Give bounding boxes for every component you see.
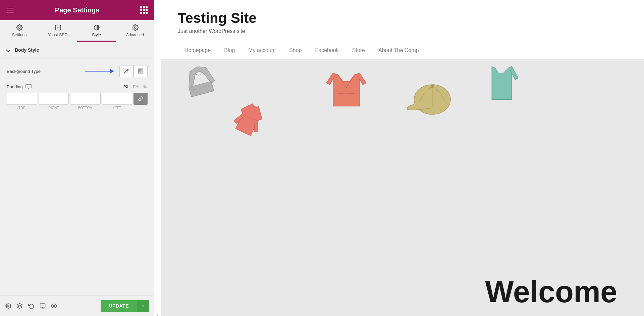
- padding-label: Padding: [7, 84, 23, 89]
- tab-settings[interactable]: Settings: [0, 20, 39, 42]
- svg-rect-1: [55, 25, 60, 30]
- monitor-bottom-icon: [40, 303, 46, 309]
- paintbrush-icon: [124, 69, 129, 74]
- nav-blog[interactable]: Blog: [217, 41, 241, 59]
- label-spacer: [133, 106, 148, 110]
- svg-point-5: [134, 27, 136, 29]
- eye-icon: [51, 303, 57, 309]
- hamburger-menu-icon[interactable]: [7, 8, 14, 12]
- main-content-area: Welcome: [161, 60, 644, 316]
- padding-row: Padding PX EM %: [7, 84, 148, 110]
- update-button-group: UPDATE: [101, 300, 149, 312]
- collapse-arrow-icon[interactable]: [6, 48, 11, 52]
- history-icon: [28, 303, 34, 309]
- settings-bottom-icon[interactable]: [5, 303, 11, 309]
- background-type-row: Background Type: [7, 65, 148, 77]
- background-type-buttons: [119, 65, 148, 77]
- padding-label-group: Padding: [7, 84, 32, 89]
- blue-arrow-annotation: [85, 69, 114, 74]
- section-header: Body Style: [0, 42, 154, 58]
- arrow-shaft: [85, 71, 110, 72]
- chevron-up-icon: [141, 304, 145, 308]
- padding-sub-labels: TOP RIGHT BOTTOM LEFT: [7, 106, 148, 110]
- update-button[interactable]: UPDATE: [101, 300, 137, 312]
- panel-title: Page Settings: [55, 6, 99, 14]
- label-bottom: BOTTOM: [70, 106, 101, 110]
- tab-style[interactable]: Style: [77, 20, 116, 42]
- history-bottom-icon[interactable]: [28, 303, 34, 309]
- padding-top-wrap: [7, 93, 37, 105]
- gradient-preview: [138, 69, 143, 74]
- nav-bar: Homepage Blog My account Shop Facebook S…: [161, 41, 644, 60]
- label-top: TOP: [7, 106, 37, 110]
- chevron-left-icon: [156, 313, 159, 316]
- nav-myaccount[interactable]: My account: [241, 41, 282, 59]
- nav-about[interactable]: About The Comp: [372, 41, 426, 59]
- layers-icon: [17, 303, 23, 309]
- svg-point-7: [8, 305, 9, 307]
- nav-shop[interactable]: Shop: [282, 41, 308, 59]
- unit-percent[interactable]: %: [142, 84, 148, 89]
- gear-icon: [16, 24, 23, 31]
- panel-bottom-bar: UPDATE: [0, 296, 154, 316]
- padding-inputs: [7, 93, 148, 105]
- svg-rect-6: [25, 84, 31, 88]
- arrow-head: [110, 69, 114, 74]
- update-dropdown-button[interactable]: [137, 300, 149, 312]
- panel-body: Background Type: [0, 58, 154, 119]
- padding-bottom-wrap: [70, 93, 101, 105]
- tab-settings-label: Settings: [12, 33, 26, 37]
- panel-tabs: Settings Yoast SEO Style Advance: [0, 20, 154, 42]
- panel-header: Page Settings: [0, 0, 154, 20]
- site-subtitle: Just another WordPress site: [178, 28, 627, 34]
- padding-right-wrap: [39, 93, 69, 105]
- panel-content: Body Style Background Type: [0, 42, 154, 296]
- link-padding-btn[interactable]: [133, 93, 148, 105]
- tab-yoast[interactable]: Yoast SEO: [39, 20, 77, 42]
- link-icon: [138, 96, 143, 101]
- nav-facebook[interactable]: Facebook: [309, 41, 345, 59]
- padding-header: Padding PX EM %: [7, 84, 148, 89]
- welcome-text: Welcome: [485, 275, 618, 309]
- tab-yoast-label: Yoast SEO: [48, 33, 67, 37]
- bg-type-solid-btn[interactable]: [119, 65, 133, 77]
- unit-px[interactable]: PX: [122, 84, 129, 89]
- svg-rect-9: [40, 304, 45, 307]
- padding-left-input[interactable]: [102, 93, 132, 105]
- padding-bottom-input[interactable]: [70, 93, 101, 105]
- left-panel: Page Settings Settings Yoast SEO: [0, 0, 154, 316]
- svg-marker-8: [17, 304, 22, 306]
- style-icon: [93, 24, 100, 31]
- padding-left-wrap: [102, 93, 132, 105]
- gear-bottom-icon: [5, 303, 11, 309]
- layers-bottom-icon[interactable]: [17, 303, 23, 309]
- right-content: Testing Site Just another WordPress site…: [161, 0, 644, 316]
- responsive-bottom-icon[interactable]: [40, 303, 46, 309]
- clothing-illustrations: [161, 60, 644, 225]
- nav-homepage[interactable]: Homepage: [178, 41, 217, 59]
- svg-point-12: [53, 305, 55, 307]
- collapse-handle[interactable]: [154, 308, 161, 316]
- tab-style-label: Style: [92, 33, 101, 37]
- bg-type-gradient-btn[interactable]: [133, 65, 148, 77]
- site-title: Testing Site: [178, 10, 627, 26]
- tab-advanced-label: Advanced: [126, 33, 144, 37]
- padding-top-input[interactable]: [7, 93, 37, 105]
- yoast-icon: [55, 24, 61, 31]
- site-header: Testing Site Just another WordPress site: [161, 0, 644, 41]
- label-left: LEFT: [102, 106, 132, 110]
- advanced-icon: [132, 24, 139, 31]
- label-right: RIGHT: [39, 106, 69, 110]
- unit-em[interactable]: EM: [132, 84, 140, 89]
- section-title: Body Style: [15, 47, 39, 53]
- padding-units: PX EM %: [122, 84, 148, 89]
- monitor-icon: [25, 84, 32, 89]
- svg-point-0: [18, 27, 20, 29]
- grid-icon[interactable]: [140, 6, 148, 14]
- eye-bottom-icon[interactable]: [51, 303, 57, 309]
- nav-store[interactable]: Store: [345, 41, 372, 59]
- tab-advanced[interactable]: Advanced: [116, 20, 154, 42]
- padding-right-input[interactable]: [39, 93, 69, 105]
